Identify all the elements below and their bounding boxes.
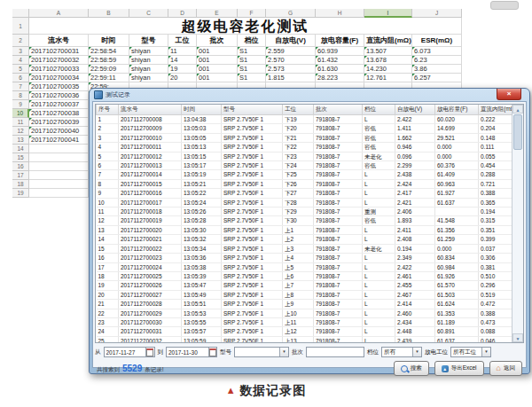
- export-excel-button[interactable]: ▲ 导出Excel: [434, 361, 484, 376]
- from-calendar-button[interactable]: [145, 348, 153, 356]
- row-header-17[interactable]: 17: [12, 171, 29, 180]
- row-header-11[interactable]: 11: [12, 118, 29, 127]
- sheet-cell[interactable]: 12.761: [364, 74, 412, 82]
- chevron-down-icon[interactable]: ▼: [481, 348, 490, 356]
- sheet-cell[interactable]: [29, 162, 89, 171]
- sheet-select-all-corner[interactable]: [12, 9, 29, 18]
- records-row[interactable]: 22201711270002913:05:53SRP 2.7V50F 1上107…: [97, 309, 525, 317]
- sheet-cell[interactable]: 19: [168, 65, 197, 74]
- batch-input[interactable]: [307, 348, 364, 356]
- column-header-D[interactable]: D: [168, 9, 197, 18]
- records-row[interactable]: 21201711270002813:05:51SRP 2.7V50F 1上979…: [97, 300, 525, 309]
- row-header-13[interactable]: 13: [12, 136, 29, 145]
- row-header-7[interactable]: 7: [12, 82, 29, 91]
- sheet-cell[interactable]: [29, 180, 89, 189]
- sheet-cell[interactable]: shiyan: [129, 65, 168, 74]
- sheet-cell[interactable]: 14.230: [364, 65, 412, 74]
- sheet-cell[interactable]: 001: [197, 47, 238, 56]
- vertical-scrollbar[interactable]: ▲ ▼: [512, 105, 523, 342]
- sheet-cell[interactable]: 2017102700035: [29, 82, 89, 91]
- sheet-cell[interactable]: 001: [197, 56, 238, 65]
- sheet-cell[interactable]: 2017102700031: [29, 47, 89, 56]
- row-header-12[interactable]: 12: [12, 127, 29, 136]
- records-row[interactable]: 17201711270002413:05:38SRP 2.7V50F 1上579…: [97, 262, 525, 271]
- records-row[interactable]: 9201711270001613:05:22SRP 2.7V50F 1下2779…: [97, 189, 525, 198]
- sheet-cell[interactable]: 6.257: [412, 74, 462, 82]
- sheet-cell[interactable]: 001: [197, 74, 238, 82]
- records-row[interactable]: 5201711270001213:05:15SRP 2.7V50F 1下2379…: [97, 152, 525, 160]
- sheet-cell[interactable]: [29, 189, 89, 198]
- sheet-cell[interactable]: [29, 153, 89, 162]
- records-row[interactable]: 4201711270001113:05:13SRP 2.7V50F 1下2279…: [97, 143, 525, 152]
- column-header-J[interactable]: J: [412, 9, 462, 18]
- sheet-cell[interactable]: 2.559: [266, 47, 316, 56]
- close-button[interactable]: ×: [497, 89, 521, 100]
- row-header-4[interactable]: 4: [12, 56, 29, 65]
- sheet-cell[interactable]: [29, 171, 89, 180]
- column-header-G[interactable]: G: [266, 9, 316, 18]
- row-header-9[interactable]: 9: [12, 100, 29, 109]
- row-header-5[interactable]: 5: [12, 65, 29, 74]
- row-header-16[interactable]: 16: [12, 162, 29, 171]
- row-header-1[interactable]: 1: [12, 18, 29, 35]
- sheet-cell[interactable]: 11: [168, 47, 197, 56]
- row-header-18[interactable]: 18: [12, 180, 29, 189]
- sheet-cell[interactable]: shiyan: [129, 56, 168, 65]
- batch-field[interactable]: [306, 347, 364, 357]
- scroll-down-icon[interactable]: ▼: [512, 333, 523, 342]
- records-row[interactable]: 2201711270000913:05:03SRP 2.7V50F 1下2079…: [97, 124, 525, 133]
- records-row[interactable]: 6201711270001313:05:17SRP 2.7V50F 1下2479…: [97, 161, 525, 170]
- records-row[interactable]: 25201711270003213:05:59SRP 2.7V50F 1上137…: [97, 336, 525, 343]
- row-header-6[interactable]: 6: [12, 74, 29, 82]
- to-calendar-button[interactable]: [208, 348, 216, 356]
- column-header-A[interactable]: A: [29, 9, 89, 18]
- station-combobox[interactable]: 所有工位 ▼: [450, 347, 491, 357]
- row-header-10[interactable]: 10: [12, 109, 29, 118]
- sheet-cell[interactable]: S1: [238, 65, 266, 74]
- records-row[interactable]: 1201711270000813:04:38SRP 2.7V50F 1下1979…: [97, 115, 525, 124]
- column-header-F[interactable]: F: [238, 9, 266, 18]
- dialog-titlebar[interactable]: 测试记录 ×: [92, 89, 527, 101]
- sheet-cell[interactable]: S1: [238, 56, 266, 65]
- sheet-cell[interactable]: [29, 145, 89, 153]
- sheet-cell[interactable]: 61.630: [316, 65, 364, 74]
- sheet-cell[interactable]: 22:58:59: [89, 56, 129, 65]
- sheet-cell[interactable]: 2017102700036: [29, 91, 89, 100]
- sheet-cell[interactable]: 22:59:11: [89, 74, 129, 82]
- records-row[interactable]: 11201711270001813:05:26SRP 2.7V50F 1下297…: [97, 207, 525, 216]
- sheet-cell[interactable]: 1.815: [266, 74, 316, 82]
- records-row[interactable]: 16201711270002313:05:36SRP 2.7V50F 1上479…: [97, 254, 525, 262]
- sheet-cell[interactable]: shiyan: [129, 47, 168, 56]
- records-row[interactable]: 10201711270001713:05:24SRP 2.7V50F 1下287…: [97, 198, 525, 207]
- column-header-H[interactable]: H: [316, 9, 364, 18]
- grade-combobox[interactable]: 所有 ▼: [381, 347, 422, 357]
- sheet-cell[interactable]: 2017102700039: [29, 118, 89, 127]
- chevron-down-icon[interactable]: ▼: [412, 348, 421, 356]
- row-header-15[interactable]: 15: [12, 153, 29, 162]
- row-header-8[interactable]: 8: [12, 91, 29, 100]
- sheet-cell[interactable]: 6.073: [412, 47, 462, 56]
- sheet-cell[interactable]: 2017102700040: [29, 127, 89, 136]
- row-header-3[interactable]: 3: [12, 47, 29, 56]
- to-date-field[interactable]: [166, 347, 217, 357]
- sheet-cell[interactable]: 2017102700033: [29, 65, 89, 74]
- sheet-cell[interactable]: 28.223: [316, 74, 364, 82]
- sheet-cell[interactable]: 001: [197, 65, 238, 74]
- from-date-input[interactable]: [105, 348, 146, 356]
- sheet-cell[interactable]: S1: [238, 74, 266, 82]
- records-row[interactable]: 14201711270002113:05:32SRP 2.7V50F 1上279…: [97, 235, 525, 244]
- row-header-2[interactable]: 2: [12, 35, 29, 47]
- sheet-cell[interactable]: 2017102700038: [29, 109, 89, 118]
- sheet-cell[interactable]: 14: [168, 56, 197, 65]
- sheet-cell[interactable]: 22:59:09: [89, 65, 129, 74]
- sheet-cell[interactable]: 60.939: [316, 47, 364, 56]
- records-row[interactable]: 3201711270001013:05:05SRP 2.7V50F 1下2179…: [97, 133, 525, 142]
- records-row[interactable]: 23201711270003013:05:55SRP 2.7V50F 1上117…: [97, 317, 525, 326]
- sheet-cell[interactable]: 2017102700032: [29, 56, 89, 65]
- sheet-cell[interactable]: 6.23: [412, 56, 462, 65]
- sheet-cell[interactable]: 2.573: [266, 65, 316, 74]
- records-row[interactable]: 12201711270001913:05:28SRP 2.7V50F 1下307…: [97, 216, 525, 225]
- sheet-cell[interactable]: S1: [238, 47, 266, 56]
- sheet-cell[interactable]: 13.678: [364, 56, 412, 65]
- back-button[interactable]: ⌂ 返回: [489, 361, 522, 376]
